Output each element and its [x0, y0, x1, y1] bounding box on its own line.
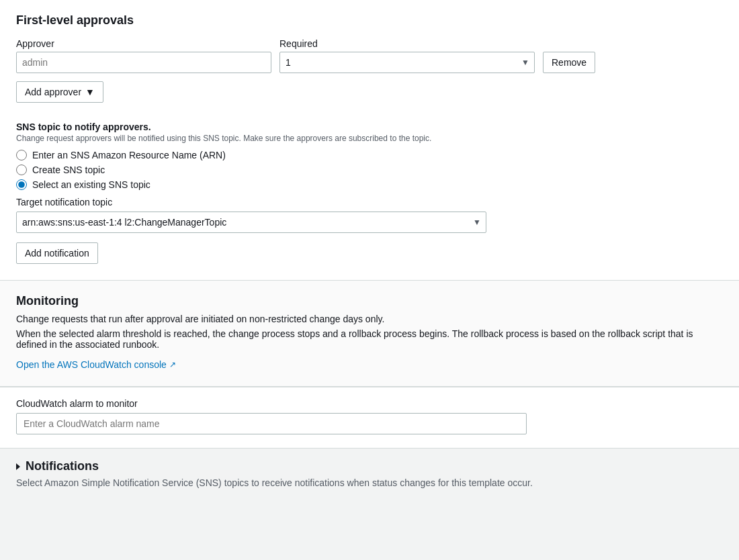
sns-section: SNS topic to notify approvers. Change re… [16, 122, 723, 264]
required-group: Required 1 2 3 ▼ [279, 38, 535, 73]
approvals-section: First-level approvals Approver Required … [0, 0, 739, 281]
radio-create-label: Create SNS topic [32, 165, 105, 175]
target-topic-select[interactable]: arn:aws:sns:us-east-1:4 l2:ChangeManager… [16, 212, 486, 233]
notifications-expand-icon[interactable] [16, 463, 20, 470]
radio-create[interactable] [16, 165, 27, 175]
cloudwatch-section: CloudWatch alarm to monitor [0, 387, 739, 449]
notifications-section: Notifications Select Amazon Simple Notif… [0, 449, 739, 502]
approver-input[interactable] [16, 52, 271, 73]
target-label: Target notification topic [16, 197, 723, 207]
add-approver-button[interactable]: Add approver ▼ [16, 81, 103, 103]
required-label: Required [279, 38, 535, 49]
remove-button[interactable]: Remove [543, 52, 595, 73]
external-link-icon: ↗ [169, 360, 176, 369]
radio-existing-label: Select an existing SNS topic [32, 179, 150, 190]
monitoring-desc2: When the selected alarm threshold is rea… [16, 328, 723, 350]
radio-arn-item[interactable]: Enter an SNS Amazon Resource Name (ARN) [16, 150, 723, 160]
approvals-title: First-level approvals [16, 13, 723, 28]
radio-arn-label: Enter an SNS Amazon Resource Name (ARN) [32, 150, 226, 160]
monitoring-section: Monitoring Change requests that run afte… [0, 281, 739, 387]
target-select-wrapper: arn:aws:sns:us-east-1:4 l2:ChangeManager… [16, 212, 486, 233]
radio-arn[interactable] [16, 150, 27, 160]
radio-existing-item[interactable]: Select an existing SNS topic [16, 179, 723, 190]
cloudwatch-label: CloudWatch alarm to monitor [16, 398, 723, 409]
sns-description: Change request approvers will be notifie… [16, 134, 723, 143]
sns-title: SNS topic to notify approvers. [16, 122, 723, 132]
radio-create-item[interactable]: Create SNS topic [16, 165, 723, 175]
approver-label: Approver [16, 38, 271, 49]
notifications-title: Notifications [26, 459, 99, 473]
notifications-description: Select Amazon Simple Notification Servic… [16, 477, 723, 488]
notifications-header: Notifications [16, 459, 723, 473]
monitoring-title: Monitoring [16, 294, 723, 308]
dropdown-arrow-icon: ▼ [85, 87, 95, 97]
approver-group: Approver [16, 38, 271, 73]
remove-button-wrapper: Remove [543, 52, 595, 73]
cloudwatch-console-link[interactable]: Open the AWS CloudWatch console ↗ [16, 359, 176, 370]
required-select[interactable]: 1 2 3 [279, 52, 535, 73]
approver-row: Approver Required 1 2 3 ▼ Remove [16, 38, 723, 73]
monitoring-desc1: Change requests that run after approval … [16, 314, 723, 324]
cloudwatch-alarm-input[interactable] [16, 413, 527, 434]
radio-group: Enter an SNS Amazon Resource Name (ARN) … [16, 150, 723, 190]
required-select-wrapper: 1 2 3 ▼ [279, 52, 535, 73]
radio-existing[interactable] [16, 179, 27, 190]
add-notification-button[interactable]: Add notification [16, 242, 98, 264]
